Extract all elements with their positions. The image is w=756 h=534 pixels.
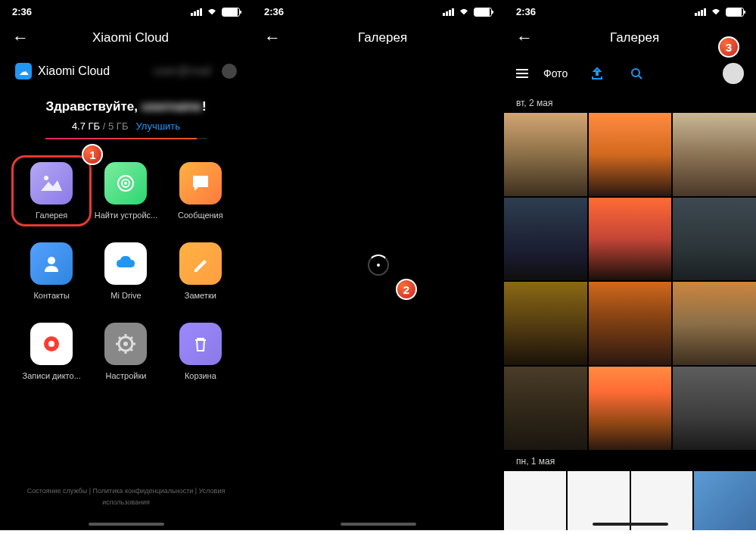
gallery-toolbar: Фото <box>504 55 756 92</box>
photo-thumbnail[interactable] <box>568 471 630 530</box>
storage-info: 4.7 ГБ / 5 ГБ Улучшить <box>0 120 252 138</box>
photo-thumbnail[interactable] <box>673 113 756 196</box>
avatar[interactable] <box>723 63 744 84</box>
home-indicator[interactable] <box>593 523 668 526</box>
photo-thumbnail[interactable] <box>589 198 672 281</box>
phone-screen-2: 2:36 ← Галерея 2 <box>252 0 504 530</box>
account-row[interactable]: ☁ Xiaomi Cloud user@mail <box>0 55 252 87</box>
upload-icon[interactable] <box>590 67 604 80</box>
account-label: Xiaomi Cloud <box>38 64 110 78</box>
upgrade-link[interactable]: Улучшить <box>135 120 180 132</box>
notes-icon <box>179 242 222 285</box>
photo-thumbnail[interactable] <box>673 282 756 365</box>
app-mi-drive[interactable]: Mi Drive <box>92 242 159 300</box>
storage-bar <box>45 138 207 139</box>
app-settings[interactable]: Настройки <box>92 323 159 380</box>
app-gallery[interactable]: 1 Галерея <box>11 155 92 226</box>
header: ← Xiaomi Cloud <box>0 20 252 55</box>
svg-point-6 <box>48 341 54 347</box>
signal-icon <box>191 8 202 16</box>
app-recordings[interactable]: Записи дикто... <box>18 323 85 380</box>
contacts-icon <box>30 242 73 285</box>
app-find-device[interactable]: Найти устройс... <box>92 162 159 220</box>
find-icon <box>104 162 147 205</box>
loading-spinner <box>368 255 389 276</box>
date-header-2: пн, 1 мая <box>504 450 756 471</box>
menu-icon[interactable] <box>516 69 528 78</box>
photo-thumbnail[interactable] <box>694 471 756 530</box>
svg-point-9 <box>632 69 639 77</box>
status-time: 2:36 <box>12 6 32 17</box>
photo-thumbnail[interactable] <box>504 282 587 365</box>
svg-point-4 <box>48 257 55 264</box>
gallery-icon <box>30 162 73 205</box>
apps-grid: 1 Галерея Найти устройс... Сообщения Кон… <box>0 162 252 380</box>
back-button[interactable]: ← <box>12 28 29 48</box>
photo-thumbnail[interactable] <box>504 367 587 450</box>
photo-thumbnail[interactable] <box>504 198 587 281</box>
search-icon[interactable] <box>630 67 643 80</box>
wifi-icon <box>459 8 469 16</box>
photo-thumbnail[interactable] <box>589 113 672 196</box>
photo-thumbnail[interactable] <box>504 471 566 530</box>
photo-thumbnail[interactable] <box>631 471 693 530</box>
drive-icon <box>104 242 147 285</box>
footer-links[interactable]: Состояние службы | Политика конфиденциал… <box>0 486 252 507</box>
account-email: user@mail <box>153 64 211 78</box>
trash-icon <box>179 323 222 365</box>
photo-grid-1 <box>504 113 756 450</box>
tab-photo[interactable]: Фото <box>543 67 568 80</box>
back-button[interactable]: ← <box>516 28 533 48</box>
phone-screen-1: 2:36 ← Xiaomi Cloud ☁ Xiaomi Cloud user@… <box>0 0 252 530</box>
page-title: Xiaomi Cloud <box>44 30 217 45</box>
status-bar: 2:36 <box>252 0 504 20</box>
page-title: Галерея <box>548 30 721 45</box>
status-time: 2:36 <box>516 6 536 17</box>
photo-thumbnail[interactable] <box>504 113 587 196</box>
photo-grid-2 <box>504 471 756 530</box>
record-icon <box>30 323 73 365</box>
app-notes[interactable]: Заметки <box>167 242 234 300</box>
phone-screen-3: 2:36 ← Галерея 3 Фото вт, 2 мая пн, 1 ма… <box>504 0 756 530</box>
home-indicator[interactable] <box>89 523 164 526</box>
status-time: 2:36 <box>264 6 284 17</box>
wifi-icon <box>711 8 721 16</box>
photo-thumbnail[interactable] <box>673 367 756 450</box>
messages-icon <box>179 162 222 205</box>
signal-icon <box>443 8 454 16</box>
signal-icon <box>695 8 706 16</box>
svg-point-8 <box>123 342 128 346</box>
app-trash[interactable]: Корзина <box>167 323 234 380</box>
wifi-icon <box>207 8 217 16</box>
step-badge-3: 3 <box>718 36 739 58</box>
app-messages[interactable]: Сообщения <box>167 162 234 220</box>
cloud-icon: ☁ <box>15 63 32 80</box>
status-bar: 2:36 <box>0 0 252 20</box>
avatar <box>222 64 237 79</box>
battery-icon <box>726 8 744 17</box>
page-title: Галерея <box>296 30 469 45</box>
step-badge-2: 2 <box>396 279 417 300</box>
date-header-1: вт, 2 мая <box>504 92 756 113</box>
back-button[interactable]: ← <box>264 28 281 48</box>
svg-point-3 <box>124 182 127 185</box>
svg-point-0 <box>44 176 48 180</box>
photo-thumbnail[interactable] <box>589 282 672 365</box>
photo-thumbnail[interactable] <box>589 367 672 450</box>
header: ← Галерея <box>252 20 504 55</box>
photo-thumbnail[interactable] <box>673 198 756 281</box>
greeting: Здравствуйте, username! <box>0 87 252 120</box>
battery-icon <box>474 8 492 17</box>
status-bar: 2:36 <box>504 0 756 20</box>
home-indicator[interactable] <box>341 523 416 526</box>
app-contacts[interactable]: Контакты <box>18 242 85 300</box>
battery-icon <box>222 8 240 17</box>
settings-icon <box>104 323 147 365</box>
